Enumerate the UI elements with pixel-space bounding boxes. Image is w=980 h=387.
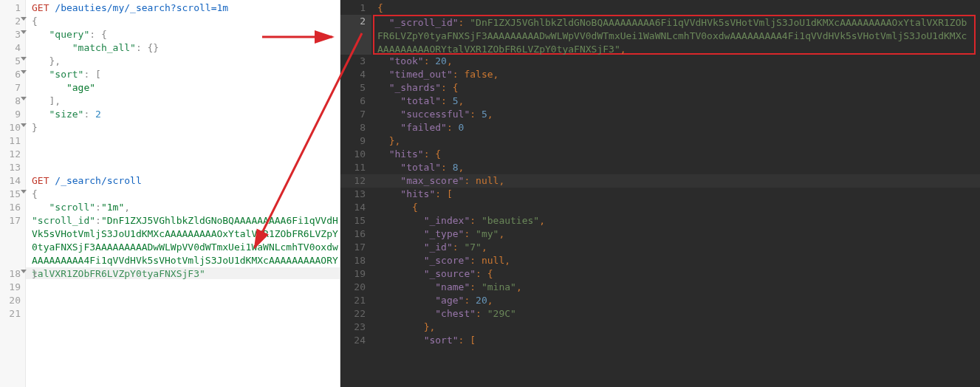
line-number: 21: [340, 294, 371, 307]
code-line: "sort": [: [32, 68, 340, 81]
line-number: 20: [340, 281, 371, 294]
code-line: "chest": "29C": [371, 307, 980, 321]
line-number: 11: [340, 161, 371, 174]
code-line: "name": "mina",: [371, 281, 980, 294]
line-number: 18: [340, 254, 371, 267]
line-number: 13: [0, 161, 25, 174]
code-line: },: [32, 55, 340, 68]
code-line: },: [371, 134, 980, 148]
code-line: "query": {: [32, 28, 340, 41]
code-line: "hits": [: [371, 188, 980, 201]
line-number: 5: [340, 81, 371, 95]
code-line: GET /_search/scroll: [32, 174, 340, 188]
line-number: 1: [0, 1, 25, 15]
right-gutter: 1 2 3 4 5 6 7 8 9 10 11 12 13 14 15 16 1…: [340, 0, 371, 387]
line-number: 21: [0, 307, 25, 321]
split-view: 1 2 3 4 5 6 7 8 9 10 11 12 13 14 15 16 1…: [0, 0, 980, 387]
line-number: 8: [0, 95, 25, 108]
code-line: GET /beauties/my/_search?scroll=1m: [32, 1, 340, 15]
line-number: 18: [0, 267, 25, 281]
line-number: 4: [0, 41, 25, 55]
line-number: 7: [0, 81, 25, 95]
line-number: 7: [340, 108, 371, 121]
line-number: 9: [0, 108, 25, 121]
code-line: {: [32, 15, 340, 28]
code-line: "match_all": {}: [32, 41, 340, 55]
code-line: "_type": "my",: [371, 227, 980, 241]
line-number: 15: [340, 214, 371, 227]
code-line: "age": 20,: [371, 294, 980, 307]
line-number: 19: [340, 267, 371, 281]
code-line: ],: [32, 95, 340, 108]
line-number: 6: [340, 95, 371, 108]
line-number: 9: [340, 134, 371, 148]
line-number: 14: [0, 174, 25, 188]
line-number: 13: [340, 188, 371, 201]
line-number: 11: [0, 134, 25, 148]
code-line: }: [32, 121, 340, 134]
code-line: "age": [32, 81, 340, 95]
line-number: 15: [0, 188, 25, 201]
code-line: "took": 20,: [371, 55, 980, 68]
code-line: },: [371, 321, 980, 334]
code-line: "failed": 0: [371, 121, 980, 134]
line-number: 16: [340, 227, 371, 241]
line-number: 16: [0, 201, 25, 214]
code-line: {: [371, 201, 980, 214]
line-number: 23: [340, 321, 371, 334]
code-line: "_id": "7",: [371, 241, 980, 254]
line-number: 22: [340, 307, 371, 321]
line-number: 2: [340, 15, 371, 55]
line-number: 8: [340, 121, 371, 134]
code-line: "_shards": {: [371, 81, 980, 95]
line-number: 10: [0, 121, 25, 134]
line-number: 10: [340, 148, 371, 161]
line-number: 5: [0, 55, 25, 68]
line-number: 24: [340, 334, 371, 347]
code-line-wrapped: "scroll_id":"DnF1ZXJ5VGhlbkZldGNoBQAAAAA…: [32, 214, 340, 267]
line-number: 12: [0, 148, 25, 161]
highlighted-scroll-id: "_scroll_id": "DnF1ZXJ5VGhlbkZldGNoBQAAA…: [373, 15, 976, 55]
code-line: "total": 5,: [371, 95, 980, 108]
code-line: "_source": {: [371, 267, 980, 281]
line-number: 17: [0, 214, 25, 227]
left-gutter: 1 2 3 4 5 6 7 8 9 10 11 12 13 14 15 16 1…: [0, 0, 26, 387]
code-line: "total": 8,: [371, 161, 980, 174]
code-line: "scroll":"1m",: [32, 201, 340, 214]
code-line: "_score": null,: [371, 254, 980, 267]
line-number: 14: [340, 201, 371, 214]
code-line: "size": 2: [32, 108, 340, 121]
response-pane: 1 2 3 4 5 6 7 8 9 10 11 12 13 14 15 16 1…: [340, 0, 980, 387]
code-line: "hits": {: [371, 148, 980, 161]
code-line: {: [371, 1, 980, 15]
code-line: "sort": [: [371, 334, 980, 347]
response-viewer[interactable]: { "_scroll_id": "DnF1ZXJ5VGhlbkZldGNoBQA…: [371, 0, 980, 387]
line-number: 3: [340, 55, 371, 68]
request-editor-pane: 1 2 3 4 5 6 7 8 9 10 11 12 13 14 15 16 1…: [0, 0, 340, 387]
code-line: "max_score": null,: [371, 174, 980, 188]
code-line: {: [32, 188, 340, 201]
line-number: 6: [0, 68, 25, 81]
line-number: 17: [340, 241, 371, 254]
line-number: 19: [0, 281, 25, 294]
line-number: 3: [0, 28, 25, 41]
line-number: 20: [0, 294, 25, 307]
code-line: "successful": 5,: [371, 108, 980, 121]
request-editor[interactable]: GET /beauties/my/_search?scroll=1m { "qu…: [26, 0, 340, 387]
line-number: 2: [0, 15, 25, 28]
line-number: 1: [340, 1, 371, 15]
line-number: 12: [340, 174, 371, 188]
line-number: 4: [340, 68, 371, 81]
code-line: "_index": "beauties",: [371, 214, 980, 227]
code-line: "timed_out": false,: [371, 68, 980, 81]
